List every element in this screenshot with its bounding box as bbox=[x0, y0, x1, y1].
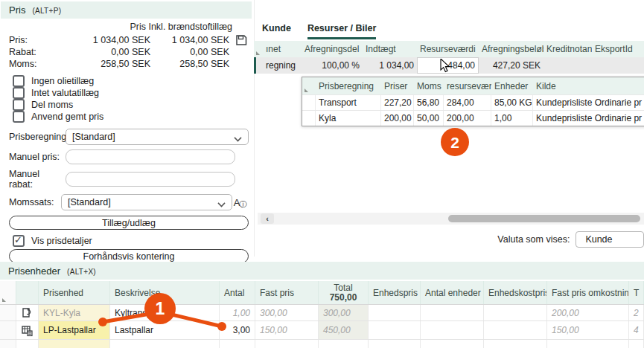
checkbox-label: Anvend gemt pris bbox=[31, 112, 103, 122]
fast-pris-cell[interactable]: 300,00 bbox=[255, 305, 319, 320]
table-cell[interactable]: 200,00 bbox=[444, 111, 491, 126]
table-cell[interactable]: 100,00 % bbox=[302, 57, 363, 74]
table-cell[interactable] bbox=[543, 57, 592, 74]
antal-enheder-cell[interactable] bbox=[421, 321, 484, 339]
table-cell[interactable] bbox=[592, 57, 644, 74]
tillaeg-udlaeg-button[interactable]: Tillæg/udlæg bbox=[9, 216, 249, 230]
horizontal-scrollbar[interactable]: ‹ bbox=[258, 213, 644, 225]
total-omkostning-cell[interactable]: 4 bbox=[629, 321, 644, 339]
column-header-total[interactable]: Total 750,00 bbox=[319, 281, 369, 304]
column-header[interactable]: T bbox=[629, 281, 644, 304]
checkbox-vis-prisdetaljer[interactable]: Vis prisdetaljer bbox=[13, 235, 249, 246]
column-header[interactable]: Enhedspris bbox=[369, 281, 421, 304]
manuel-rabat-input[interactable] bbox=[66, 172, 235, 187]
detail-table-row[interactable]: Transport 227,20 56,80 284,00 85,00 KG K… bbox=[302, 94, 644, 110]
column-header[interactable]: Fast pris bbox=[255, 281, 319, 304]
prisenhed-cell[interactable]: KYL-Kyla bbox=[39, 305, 110, 320]
checkbox-icon[interactable] bbox=[13, 99, 25, 111]
table-cell-resursevaerdi[interactable]: 484,00 bbox=[417, 57, 479, 74]
checkbox-checked-icon[interactable] bbox=[13, 235, 25, 247]
table-cell[interactable]: 284,00 bbox=[444, 95, 491, 110]
enhedskostpris-cell[interactable] bbox=[484, 321, 547, 339]
total-omkostning-cell[interactable]: 2 bbox=[629, 305, 644, 320]
checkbox-del-moms[interactable]: Del moms bbox=[13, 99, 249, 110]
checkbox-icon[interactable] bbox=[13, 75, 25, 87]
panel-divider bbox=[254, 0, 255, 257]
prisenheder-row-kyl[interactable]: KYL-Kyla Kyltransport 1,00 300,00 300,00… bbox=[0, 305, 644, 321]
column-header[interactable]: ınet bbox=[263, 41, 302, 57]
table-cell[interactable]: Kyla bbox=[316, 111, 381, 126]
table-cell[interactable]: 427,20 SEK bbox=[479, 57, 543, 74]
column-header[interactable]: Afregningsbeløb bbox=[479, 41, 543, 57]
scrollbar-thumb[interactable] bbox=[448, 215, 640, 222]
prisenhed-cell-new[interactable] bbox=[39, 340, 110, 348]
column-header[interactable]: Indtægt bbox=[363, 41, 417, 57]
column-header[interactable]: Beskrivelse bbox=[110, 281, 220, 304]
table-cell[interactable]: 50,00 bbox=[414, 111, 444, 126]
column-header[interactable]: Kreditnotanr. bbox=[543, 41, 592, 57]
column-header[interactable]: resurseværdi bbox=[444, 81, 491, 91]
resurser-table-row[interactable]: regning 100,00 % 1 034,00 484,00 427,20 … bbox=[254, 57, 644, 74]
moms-label: Moms: bbox=[9, 59, 60, 69]
table-cell[interactable]: regning bbox=[263, 57, 302, 74]
column-header[interactable]: Priser bbox=[381, 81, 414, 91]
table-cell[interactable]: Kundeprisliste Ordinarie pr bbox=[533, 111, 644, 126]
vat-info-icon[interactable]: Aⓘ bbox=[232, 197, 249, 208]
prisenheder-row-new[interactable] bbox=[0, 340, 644, 348]
scroll-left-button[interactable]: ‹ bbox=[261, 213, 274, 224]
tab-kunde[interactable]: Kunde bbox=[262, 23, 291, 39]
checkbox-icon[interactable] bbox=[13, 111, 25, 123]
column-header[interactable]: Moms bbox=[414, 81, 444, 91]
save-price-icon[interactable] bbox=[229, 34, 247, 46]
column-header[interactable]: Resurseværdi bbox=[417, 41, 479, 57]
column-header[interactable]: Antal bbox=[220, 281, 255, 304]
pris-shortcut: (ALT+P) bbox=[32, 5, 61, 15]
manuel-pris-input[interactable] bbox=[66, 149, 235, 164]
table-cell[interactable]: Kundeprisliste Ordinarie pr bbox=[533, 95, 644, 110]
column-header[interactable]: Afregningsdel bbox=[302, 41, 363, 57]
table-cell[interactable]: 200,00 bbox=[381, 111, 414, 126]
column-header[interactable]: Prisberegning bbox=[316, 81, 381, 91]
detail-table-row[interactable]: Kyla 200,00 50,00 200,00 1,00 Kundeprisl… bbox=[302, 110, 644, 126]
prisberegning-select[interactable]: [Standard] bbox=[66, 129, 249, 145]
prisenheder-row-lp[interactable]: LP-Lastpallar Lastpallar 3,00 150,00 450… bbox=[0, 321, 644, 340]
table-calculator-icon[interactable] bbox=[16, 321, 39, 339]
table-cell[interactable]: 1 034,00 bbox=[363, 57, 417, 74]
table-cell[interactable]: 85,00 KG bbox=[491, 95, 533, 110]
table-cell[interactable]: Transport bbox=[316, 95, 381, 110]
prisenhed-cell[interactable]: LP-Lastpallar bbox=[39, 321, 110, 339]
enhedskostpris-cell[interactable] bbox=[484, 305, 547, 320]
checkbox-icon[interactable] bbox=[13, 87, 25, 99]
pris-panel: Pris Inkl. brændstoftillæg Pris: 1 034,0… bbox=[9, 22, 249, 263]
table-cell[interactable]: 1,00 bbox=[491, 111, 533, 126]
beskrivelse-cell[interactable]: Lastpallar bbox=[110, 321, 220, 339]
tab-resurser-biler[interactable]: Resurser / Biler bbox=[307, 23, 376, 39]
table-cell[interactable]: 227,20 bbox=[381, 95, 414, 110]
column-header[interactable]: Fast pris omkostning bbox=[547, 281, 629, 304]
rabat-label: Rabat: bbox=[9, 47, 60, 57]
column-header[interactable]: Antal enheder bbox=[421, 281, 484, 304]
fast-pris-omkostning-cell[interactable]: 150,00 bbox=[547, 321, 629, 339]
beskrivelse-cell[interactable]: Kyltransport bbox=[110, 305, 220, 320]
antal-cell[interactable]: 3,00 bbox=[220, 321, 255, 339]
document-refresh-icon[interactable] bbox=[16, 305, 39, 320]
fast-pris-omkostning-cell[interactable]: 200,00 bbox=[547, 305, 629, 320]
valuta-select[interactable]: Kunde bbox=[576, 231, 644, 248]
checkbox-anvend-gemt-pris[interactable]: Anvend gemt pris bbox=[13, 111, 249, 122]
column-header[interactable]: Kilde bbox=[533, 81, 644, 91]
antal-cell[interactable]: 1,00 bbox=[220, 305, 255, 320]
momssats-select[interactable]: [Standard] bbox=[61, 194, 232, 210]
total-cell[interactable]: 300,00 bbox=[319, 305, 369, 320]
total-cell[interactable]: 450,00 bbox=[319, 321, 369, 339]
checkbox-ingen-olietillaeg[interactable]: Ingen olietillæg bbox=[13, 75, 249, 86]
column-header[interactable]: Prisenhed bbox=[39, 281, 110, 304]
antal-enheder-cell[interactable] bbox=[421, 305, 484, 320]
enhedspris-cell[interactable] bbox=[369, 321, 421, 339]
table-cell[interactable]: 56,80 bbox=[414, 95, 444, 110]
column-header[interactable]: Enheder bbox=[491, 81, 533, 91]
fast-pris-cell[interactable]: 150,00 bbox=[255, 321, 319, 339]
checkbox-intet-valutatillaeg[interactable]: Intet valutatillæg bbox=[13, 87, 249, 98]
column-header[interactable]: Enhedskostpris bbox=[484, 281, 547, 304]
enhedspris-cell[interactable] bbox=[369, 305, 421, 320]
column-header[interactable]: EksportId bbox=[592, 41, 644, 57]
